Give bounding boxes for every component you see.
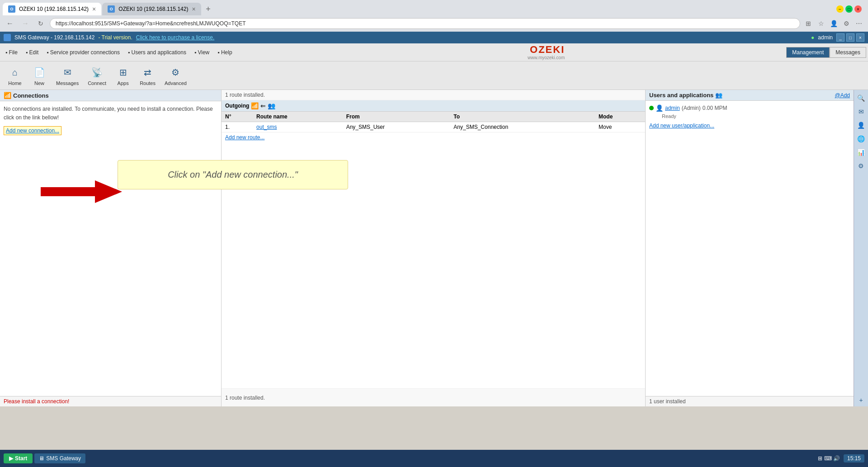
- toolbar-advanced[interactable]: ⚙ Advanced: [161, 63, 190, 88]
- connections-content: No connections are installed. To communi…: [0, 101, 221, 396]
- app-close-btn[interactable]: ×: [856, 33, 864, 42]
- sidebar-add-icon[interactable]: +: [855, 394, 868, 406]
- toolbar-connect[interactable]: 📡 Connect: [84, 63, 110, 88]
- tooltip-text: Click on "Add new connection...": [168, 170, 298, 180]
- sidebar-email-icon[interactable]: ✉: [855, 105, 868, 118]
- sidebar-gear-icon[interactable]: ⚙: [855, 160, 868, 172]
- toolbar-apps-label: Apps: [118, 80, 129, 86]
- new-tab-button[interactable]: +: [202, 3, 215, 15]
- connections-footer: Please install a connection!: [0, 396, 221, 406]
- inactive-tab[interactable]: O OZEKI 10 (192.168.115.142) ×: [102, 3, 201, 15]
- start-icon: ▶: [9, 455, 13, 462]
- menu-help[interactable]: ▪ Help: [214, 48, 236, 57]
- menu-view[interactable]: ▪ View: [191, 48, 213, 57]
- col-from: From: [343, 112, 450, 122]
- users-header: Users and applications 👥 @Add: [646, 90, 854, 101]
- app-minimize-btn[interactable]: _: [836, 33, 844, 42]
- routes-section-header: Outgoing 📶 ⇐ 👥: [222, 100, 645, 112]
- app-title: SMS Gateway - 192.168.115.142: [14, 34, 94, 41]
- sidebar-globe-icon[interactable]: 🌐: [855, 132, 868, 145]
- user-role: (Admin): [682, 105, 701, 111]
- add-user-link-header[interactable]: @Add: [835, 92, 850, 99]
- connections-panel: 📶 Connections No connections are install…: [0, 90, 222, 406]
- tab-close-btn[interactable]: ×: [92, 5, 96, 13]
- new-icon: 📄: [32, 65, 47, 80]
- active-tab[interactable]: O OZEKI 10 (192.168.115.142) ×: [3, 3, 101, 15]
- reader-icon[interactable]: ⊞: [803, 18, 814, 29]
- tab-close-btn-2[interactable]: ×: [192, 5, 195, 13]
- menu-file[interactable]: ▪ File: [2, 48, 21, 57]
- svg-marker-0: [41, 180, 122, 203]
- right-sidebar: 🔍 ✉ 👤 🌐 📊 ⚙ +: [854, 90, 868, 406]
- start-button[interactable]: ▶ Start: [4, 453, 33, 463]
- users-icon-header: 👥: [715, 92, 722, 99]
- add-new-user-link[interactable]: Add new user/application...: [649, 123, 850, 129]
- sidebar-search-icon[interactable]: 🔍: [855, 92, 868, 104]
- add-new-connection-link[interactable]: Add new connection...: [4, 126, 61, 135]
- routes-table: N° Route name From To Mode 1. out_sms An…: [222, 112, 645, 132]
- taskbar-app-label: SMS Gateway: [46, 455, 81, 462]
- toolbar-apps[interactable]: ⊞ Apps: [112, 63, 134, 88]
- route-name-link[interactable]: out_sms: [256, 124, 277, 130]
- address-bar[interactable]: https://localhost:9515/SMS+Gateway/?a=Ho…: [50, 18, 800, 29]
- routes-section-title: Outgoing: [225, 103, 249, 109]
- purchase-link[interactable]: Click here to purchase a license.: [136, 34, 214, 41]
- app-maximize-btn[interactable]: □: [846, 33, 854, 42]
- route-num: 1.: [222, 122, 253, 132]
- routes-bottom-count: 1 route installed.: [222, 388, 645, 406]
- col-num: N°: [222, 112, 253, 122]
- users-panel: Users and applications 👥 @Add 👤 admin (A…: [646, 90, 854, 406]
- toolbar: ⌂ Home 📄 New ✉ Messages 📡 Connect ⊞ Apps…: [0, 61, 868, 90]
- toolbar-connect-label: Connect: [88, 80, 106, 86]
- minimize-button[interactable]: −: [836, 5, 844, 13]
- bookmark-icon[interactable]: ☆: [816, 18, 826, 29]
- sidebar-person-icon[interactable]: 👤: [855, 119, 868, 132]
- brand-url: www.myozeki.com: [528, 55, 565, 60]
- user-status-indicator: [649, 106, 654, 110]
- maximize-button[interactable]: □: [845, 5, 853, 13]
- reload-button[interactable]: ↻: [34, 17, 47, 30]
- col-mode: Mode: [595, 112, 645, 122]
- tab-messages[interactable]: Messages: [830, 47, 866, 58]
- admin-badge: ●: [811, 34, 814, 41]
- users-title: Users and applications 👥: [649, 92, 722, 99]
- add-new-route-link[interactable]: Add new route...: [222, 132, 645, 142]
- toolbar-messages-label: Messages: [56, 80, 79, 86]
- extensions-icon[interactable]: ⚙: [841, 18, 852, 29]
- forward-button[interactable]: →: [19, 17, 32, 30]
- menu-edit[interactable]: ▪ Edit: [22, 48, 42, 57]
- back-button[interactable]: ←: [4, 17, 16, 30]
- tab-favicon: O: [8, 5, 15, 13]
- menu-service-provider[interactable]: ▪ Service provider connections: [43, 48, 123, 57]
- connections-header: 📶 Connections: [0, 90, 221, 101]
- tab-management[interactable]: Management: [786, 47, 830, 58]
- toolbar-routes-label: Routes: [140, 80, 156, 86]
- menu-icon[interactable]: ⋯: [854, 18, 864, 29]
- close-button[interactable]: ×: [854, 5, 862, 13]
- connections-title: Connections: [13, 92, 49, 99]
- toolbar-home-label: Home: [8, 80, 21, 86]
- user-mpm: 0.00 MPM: [703, 105, 727, 111]
- menu-bar: ▪ File ▪ Edit ▪ Service provider connect…: [0, 43, 868, 61]
- taskbar-app-btn[interactable]: 🖥 SMS Gateway: [34, 453, 85, 463]
- user-name-link[interactable]: admin: [665, 105, 680, 111]
- start-label: Start: [15, 455, 27, 462]
- users-content: 👤 admin (Admin) 0.00 MPM Ready Add new u…: [646, 101, 854, 396]
- route-from: Any_SMS_User: [343, 122, 450, 132]
- menu-users-apps[interactable]: ▪ Users and applications: [124, 48, 190, 57]
- routes-header-row: N° Route name From To Mode: [222, 112, 645, 122]
- toolbar-new-label: New: [34, 80, 44, 86]
- toolbar-routes[interactable]: ⇄ Routes: [136, 63, 159, 88]
- profile-icon[interactable]: 👤: [828, 18, 839, 29]
- toolbar-new[interactable]: 📄 New: [28, 63, 51, 88]
- brand-name: OZEKI: [528, 44, 565, 55]
- sidebar-chart-icon[interactable]: 📊: [855, 146, 868, 159]
- app-titlebar: SMS Gateway - 192.168.115.142 - Trial ve…: [0, 32, 868, 43]
- messages-icon: ✉: [60, 65, 75, 80]
- tab-title-2: OZEKI 10 (192.168.115.142): [118, 6, 188, 12]
- toolbar-home[interactable]: ⌂ Home: [4, 63, 26, 88]
- trial-text: - Trial version.: [98, 34, 132, 41]
- footer-msg: Please install a connection!: [4, 398, 69, 405]
- tab-title: OZEKI 10 (192.168.115.142): [19, 6, 89, 12]
- toolbar-messages[interactable]: ✉ Messages: [52, 63, 82, 88]
